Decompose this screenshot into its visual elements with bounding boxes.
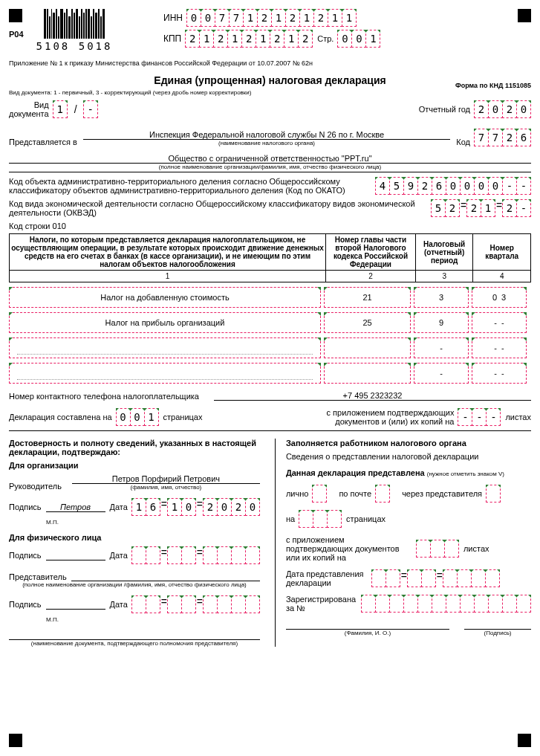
year-cells[interactable]: 2020 [475,100,531,118]
okato-text: Код объекта административно-территориаль… [9,177,376,195]
left-header: Достоверность и полноту сведений, указан… [9,439,256,456]
right-header: Заполняется работником налогового органа [286,439,466,448]
check-pred[interactable] [486,485,501,503]
tax-period[interactable]: 9 [414,312,469,333]
p04-label: Р04 [9,30,24,39]
check-post[interactable] [375,485,390,503]
phone[interactable]: +7 495 2323232 [214,391,531,401]
ruk-name[interactable]: Петров Порфирий Петрович [72,474,260,484]
tax-quarter[interactable]: -- [472,363,527,384]
vid-corr[interactable]: - [83,100,98,118]
rdate-cells[interactable]: == [372,569,500,587]
kpp-cells[interactable]: 212121212 [186,30,313,48]
title: Единая (упрощенная) налоговая декларация [140,74,401,86]
attach-cells[interactable]: --- [458,408,501,426]
rattach-cells[interactable] [417,540,459,558]
kod-label: Код [456,138,470,146]
decl-pages-cells[interactable]: 001 [117,408,159,426]
tax-quarter[interactable]: 03 [472,287,527,308]
tax-period[interactable]: - [414,363,469,384]
org-sub: (полное наименование организации/фамилия… [9,164,531,170]
tax-chapter[interactable]: 25 [324,312,411,333]
org-name[interactable]: Общество с ограниченной ответственностью… [9,154,531,164]
tax-chapter[interactable] [324,337,411,358]
date3-cells[interactable]: == [132,595,260,613]
attach-label: с приложением подтверждающих документов … [305,408,454,426]
vid-note: Вид документа: 1 - первичный, 3 - коррек… [9,89,531,96]
tax-chapter[interactable]: 21 [324,287,411,308]
signature[interactable]: Петров [46,503,105,512]
tax-period[interactable]: 3 [414,287,469,308]
barcode: 5108 5018 [30,9,119,52]
barcode-number: 5108 5018 [36,40,113,52]
authority[interactable]: Инспекция Федеральной налоговой службы N… [83,130,450,140]
page-cells: 001 [338,30,380,48]
row-code: Код строки 010 [9,222,531,230]
tax-name[interactable] [9,337,321,358]
authority-sub: (наименование налогового органа) [83,140,450,146]
appendix-note: Приложение № 1 к приказу Министерства фи… [9,59,531,67]
vid-cells[interactable]: 1 [53,100,68,118]
tax-chapter[interactable] [324,363,411,384]
ruk-label: Руководитель [9,482,62,491]
present-label: Представляется в [9,138,77,146]
decl-pages-label: Декларация составлена на [9,413,112,421]
tax-quarter[interactable]: -- [472,337,527,358]
inn-label: ИНН [163,13,183,23]
tax-name[interactable] [9,363,321,384]
tax-quarter[interactable]: -- [472,312,527,333]
inn-cells[interactable]: 007712121211 [187,9,357,27]
date2-cells[interactable]: == [132,546,260,564]
rpages-cells[interactable] [299,510,342,528]
check-lichno[interactable] [312,485,327,503]
phone-label: Номер контактного телефона налогоплатель… [9,392,199,401]
date1-cells[interactable]: 16=10=2020 [132,498,260,516]
okved-cells[interactable]: 52=21=2- [432,199,531,217]
for-org: Для организации [9,461,79,470]
vid-label: Вид документа [9,100,49,118]
kod-cells[interactable]: 7726 [475,129,531,146]
corner-tl [9,9,22,22]
tax-name[interactable]: Налог на прибыль организаций [9,312,321,333]
tax-table: Налоги, по которым представляется деклар… [9,233,531,282]
year-label: Отчетный год [419,105,470,114]
tax-name[interactable]: Налог на добавленную стоимость [9,287,321,308]
corner-tr [518,9,531,22]
tax-period[interactable]: - [414,337,469,358]
page-label: Стр. [317,34,334,43]
rreg-cells[interactable] [362,595,531,613]
okved-text: Код вида экономической деятельности согл… [9,199,432,217]
for-fiz: Для физического лица [9,533,101,542]
form-code: Форма по КНД 1151085 [455,82,531,89]
kpp-label: КПП [163,33,181,44]
okato-cells[interactable]: 459260000-- [376,177,531,195]
